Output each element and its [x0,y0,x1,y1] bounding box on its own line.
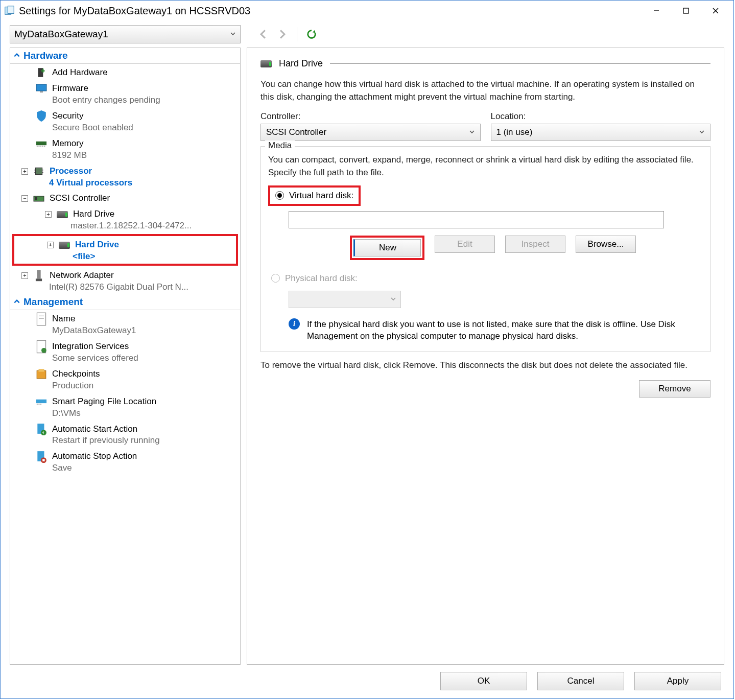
tree-security[interactable]: Security Secure Boot enabled [10,107,240,135]
tree-auto-start[interactable]: Automatic Start Action Restart if previo… [10,421,240,448]
media-legend: Media [265,141,295,151]
title-divider [330,63,710,64]
browse-button[interactable]: Browse... [576,236,636,253]
management-category-header[interactable]: Management [10,294,240,310]
paging-icon [36,397,47,406]
memory-icon [36,139,47,148]
auto-stop-icon [36,452,47,461]
svg-rect-34 [37,404,38,405]
vm-selector-value: MyDataBoxGateway1 [14,29,230,40]
name-icon [36,314,47,323]
management-header-label: Management [23,296,83,308]
settings-tree: Hardware Add Hardware Firmware Boot entr… [10,48,241,665]
svg-rect-6 [38,68,43,78]
new-button[interactable]: New [353,239,421,256]
hardware-header-label: Hardware [23,50,68,61]
tree-name[interactable]: Name MyDataBoxGateway1 [10,310,240,338]
nav-back-button[interactable] [255,26,271,42]
tree-processor[interactable]: +Processor 4 Virtual processors [10,162,240,190]
network-icon [33,271,44,281]
close-button[interactable] [701,2,730,20]
svg-rect-23 [35,197,37,200]
tree-add-hardware[interactable]: Add Hardware [10,64,240,80]
remove-button[interactable]: Remove [639,380,710,398]
svg-rect-10 [40,91,43,92]
svg-rect-25 [36,279,42,282]
media-fieldset: Media You can compact, convert, expand, … [260,146,710,352]
chevron-down-icon [230,29,236,39]
tree-memory[interactable]: Memory 8192 MB [10,135,240,162]
hardware-category-header[interactable]: Hardware [10,48,240,64]
hard-drive-icon [260,59,272,68]
nav-forward-button[interactable] [274,26,291,42]
highlight-box-vhd-radio: Virtual hard disk: [268,185,361,206]
collapse-icon [13,50,20,61]
app-icon [4,6,15,15]
vhd-path-input[interactable] [289,211,664,228]
maximize-button[interactable] [671,2,701,20]
radio-checked-icon [275,191,284,200]
tree-hard-drive-2[interactable]: +Hard Drive <file> [14,236,236,264]
titlebar: Settings for MyDataBoxGateway1 on HCSSRV… [1,1,733,21]
details-panel: Hard Drive You can change how this virtu… [247,48,724,665]
inspect-button[interactable]: Inspect [505,236,565,253]
hard-drive-icon [57,210,68,219]
svg-rect-16 [44,146,45,147]
collapse-icon[interactable]: − [21,195,28,202]
minimize-button[interactable] [642,2,671,20]
add-hardware-icon [36,68,47,77]
svg-rect-13 [39,146,40,147]
auto-start-icon [36,425,47,434]
expand-icon[interactable]: + [47,242,54,248]
toolbar-divider [297,27,297,41]
cancel-button[interactable]: Cancel [537,672,624,690]
physical-hard-disk-radio: Physical hard disk: [268,271,361,286]
physical-disk-info: If the physical hard disk you want to us… [307,318,703,343]
expand-icon[interactable]: + [45,211,52,218]
tree-network-adapter[interactable]: +Network Adapter Intel(R) 82576 Gigabit … [10,267,240,294]
tree-auto-stop[interactable]: Automatic Stop Action Save [10,448,240,475]
svg-point-30 [41,348,46,353]
cpu-icon [33,167,44,176]
refresh-button[interactable] [303,26,320,42]
chevron-down-icon [469,127,475,137]
edit-button[interactable]: Edit [435,236,495,253]
highlight-box-hard-drive: +Hard Drive <file> [12,234,238,266]
svg-rect-31 [37,371,46,379]
hard-drive-icon [59,241,70,250]
tree-integration-services[interactable]: Integration Services Some services offer… [10,338,240,365]
tree-scsi-controller[interactable]: −SCSI Controller [10,190,240,205]
vm-selector-dropdown[interactable]: MyDataBoxGateway1 [10,25,241,43]
virtual-hard-disk-radio[interactable]: Virtual hard disk: [272,189,357,203]
physical-disk-dropdown [289,291,401,308]
svg-rect-11 [36,142,46,145]
expand-icon[interactable]: + [21,168,28,175]
svg-rect-17 [35,168,42,174]
tree-checkpoints[interactable]: Checkpoints Production [10,365,240,393]
tree-firmware[interactable]: Firmware Boot entry changes pending [10,80,240,107]
svg-rect-24 [37,270,40,279]
monitor-icon [36,84,47,93]
chevron-down-icon [699,127,705,137]
svg-rect-3 [683,8,689,13]
expand-icon[interactable]: + [21,272,28,279]
window-title: Settings for MyDataBoxGateway1 on HCSSRV… [19,5,250,17]
tree-hard-drive-1[interactable]: +Hard Drive master.1.2.18252.1-304-2472.… [10,205,240,233]
svg-rect-8 [42,69,43,73]
ok-button[interactable]: OK [440,672,527,690]
svg-rect-1 [8,6,14,14]
svg-rect-14 [40,146,41,147]
svg-rect-33 [36,400,46,403]
svg-rect-41 [42,459,44,461]
chevron-down-icon [390,294,396,305]
highlight-box-new-button: New [350,236,424,260]
controller-dropdown[interactable]: SCSI Controller [260,124,481,141]
svg-rect-9 [36,84,46,91]
controller-label: Controller: [260,111,481,122]
location-dropdown[interactable]: 1 (in use) [491,124,711,141]
panel-description: You can change how this virtual hard dis… [260,78,710,103]
location-label: Location: [491,111,711,122]
info-icon: i [289,318,300,330]
apply-button[interactable]: Apply [634,672,721,690]
tree-smart-paging[interactable]: Smart Paging File Location D:\VMs [10,393,240,421]
